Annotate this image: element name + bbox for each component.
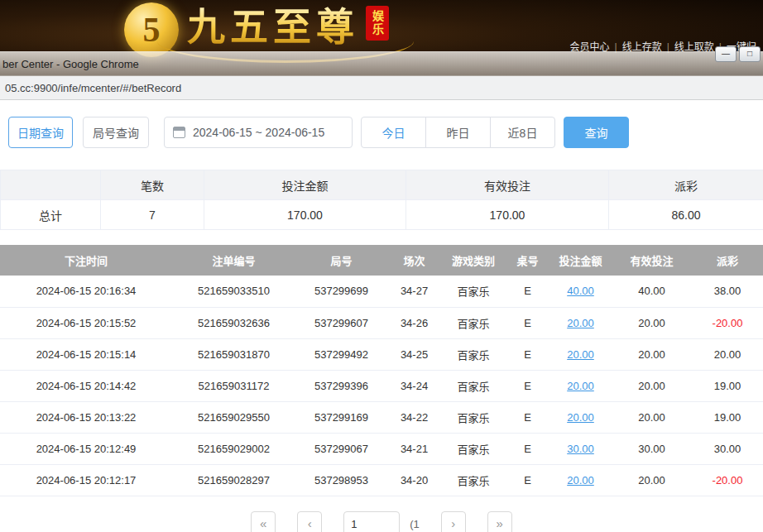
session-cell: 34-21 [387, 433, 441, 464]
pagination: « ‹ (1 › » [0, 511, 763, 532]
last-8-days-button[interactable]: 近8日 [490, 117, 555, 148]
payout-cell: 19.00 [692, 401, 763, 433]
bet-amount-link[interactable]: 20.00 [549, 401, 612, 433]
bet-amount-link[interactable]: 20.00 [549, 464, 612, 496]
table-row: 2024-06-15 20:16:34 521659033510 5372996… [0, 276, 763, 307]
summary-bet-amount-value: 170.00 [204, 200, 406, 230]
bet-id-cell: 521659029002 [172, 433, 295, 464]
address-bar[interactable]: 05.cc:9900/infe/mcenter/#/betRecord [0, 76, 763, 100]
game-type-cell: 百家乐 [441, 370, 506, 401]
header-bet-time: 下注时间 [0, 245, 172, 276]
table-no-cell: E [506, 433, 549, 464]
tab-round-query[interactable]: 局号查询 [83, 117, 149, 148]
payout-cell: -20.00 [692, 307, 763, 338]
search-button[interactable]: 查询 [564, 117, 629, 148]
valid-bet-cell: 20.00 [612, 338, 692, 370]
bet-id-cell: 521659031870 [172, 338, 295, 370]
bet-id-cell: 521659028297 [172, 464, 295, 496]
table-no-cell: E [506, 276, 549, 307]
header-payout: 派彩 [692, 245, 763, 276]
bet-time-cell: 2024-06-15 20:13:22 [0, 401, 172, 433]
summary-count-value: 7 [101, 200, 204, 230]
bet-amount-link[interactable]: 40.00 [549, 276, 612, 307]
bet-id-cell: 521659033510 [172, 276, 295, 307]
bet-id-cell: 521659029550 [172, 401, 295, 433]
summary-header-row: 笔数 投注金额 有效投注 派彩 [1, 170, 763, 200]
summary-header-bet-amount: 投注金额 [204, 170, 406, 200]
session-cell: 34-24 [387, 370, 441, 401]
table-row: 2024-06-15 20:15:52 521659032636 5372996… [0, 307, 763, 338]
summary-header-valid-bet: 有效投注 [406, 170, 609, 200]
game-type-cell: 百家乐 [441, 464, 506, 496]
table-row: 2024-06-15 20:12:17 521659028297 5372989… [0, 464, 763, 496]
bet-time-cell: 2024-06-15 20:15:52 [0, 307, 172, 338]
table-row: 2024-06-15 20:12:49 521659029002 5372990… [0, 433, 763, 464]
session-cell: 34-20 [387, 464, 441, 496]
last-page-button[interactable]: » [487, 511, 512, 532]
yesterday-button[interactable]: 昨日 [425, 117, 491, 148]
page-number-input[interactable] [343, 511, 400, 532]
window-title: ber Center - Google Chrome [2, 58, 139, 70]
summary-payout-value: 86.00 [609, 200, 763, 230]
date-range-value: 2024-06-15 ~ 2024-06-15 [193, 126, 324, 139]
payout-cell: -20.00 [692, 464, 763, 496]
bet-table-header-row: 下注时间 注单编号 局号 场次 游戏类别 桌号 投注金额 有效投注 派彩 [0, 245, 763, 276]
browser-title-bar[interactable]: ber Center - Google Chrome — □ [0, 51, 763, 76]
bet-time-cell: 2024-06-15 20:12:17 [0, 464, 172, 496]
game-type-cell: 百家乐 [441, 307, 506, 338]
round-no-cell: 537299607 [295, 307, 387, 338]
header-valid-bet: 有效投注 [612, 245, 692, 276]
valid-bet-cell: 20.00 [612, 307, 692, 338]
bet-amount-link[interactable]: 20.00 [549, 307, 612, 338]
header-bet-amount: 投注金额 [549, 245, 612, 276]
valid-bet-cell: 40.00 [612, 276, 692, 307]
minimize-button[interactable]: — [715, 46, 737, 62]
game-type-cell: 百家乐 [441, 276, 506, 307]
summary-total-label: 总计 [1, 200, 101, 230]
quick-range-group: 今日 昨日 近8日 [361, 117, 555, 148]
table-row: 2024-06-15 20:15:14 521659031870 5372994… [0, 338, 763, 370]
session-cell: 34-22 [387, 401, 441, 433]
header-bet-id: 注单编号 [172, 245, 295, 276]
table-row: 2024-06-15 20:13:22 521659029550 5372991… [0, 401, 763, 433]
round-no-cell: 537298953 [295, 464, 387, 496]
page-info-text: (1 [410, 518, 420, 530]
session-cell: 34-26 [387, 307, 441, 338]
tab-date-query[interactable]: 日期查询 [8, 117, 73, 148]
summary-blank-header [1, 170, 101, 200]
table-no-cell: E [506, 307, 549, 338]
table-no-cell: E [506, 370, 549, 401]
summary-valid-bet-value: 170.00 [406, 200, 609, 230]
header-round-no: 局号 [295, 245, 387, 276]
game-type-cell: 百家乐 [441, 433, 506, 464]
table-no-cell: E [506, 338, 549, 370]
today-button[interactable]: 今日 [361, 117, 426, 148]
summary-header-count: 笔数 [101, 170, 204, 200]
round-no-cell: 537299067 [295, 433, 387, 464]
summary-total-row: 总计 7 170.00 170.00 86.00 [1, 200, 763, 230]
round-no-cell: 537299699 [295, 276, 387, 307]
prev-page-button[interactable]: ‹ [297, 511, 322, 532]
valid-bet-cell: 20.00 [612, 370, 692, 401]
header-game-type: 游戏类别 [441, 245, 506, 276]
query-toolbar: 日期查询 局号查询 2024-06-15 ~ 2024-06-15 今日 昨日 … [8, 117, 763, 148]
bet-time-cell: 2024-06-15 20:15:14 [0, 338, 172, 370]
payout-cell: 30.00 [692, 433, 763, 464]
date-range-picker[interactable]: 2024-06-15 ~ 2024-06-15 [164, 117, 353, 148]
bet-id-cell: 521659031172 [172, 370, 295, 401]
bet-record-page: 日期查询 局号查询 2024-06-15 ~ 2024-06-15 今日 昨日 … [0, 100, 763, 496]
calendar-icon [173, 127, 185, 138]
payout-cell: 38.00 [692, 276, 763, 307]
valid-bet-cell: 20.00 [612, 464, 692, 496]
maximize-button[interactable]: □ [739, 46, 761, 62]
bet-amount-link[interactable]: 30.00 [549, 433, 612, 464]
bet-time-cell: 2024-06-15 20:14:42 [0, 370, 172, 401]
bet-amount-link[interactable]: 20.00 [549, 370, 612, 401]
valid-bet-cell: 30.00 [612, 433, 692, 464]
next-page-button[interactable]: › [441, 511, 466, 532]
bet-amount-link[interactable]: 20.00 [549, 338, 612, 370]
game-type-cell: 百家乐 [441, 338, 506, 370]
first-page-button[interactable]: « [251, 511, 276, 532]
round-no-cell: 537299396 [295, 370, 387, 401]
window-controls: — □ [715, 46, 761, 62]
